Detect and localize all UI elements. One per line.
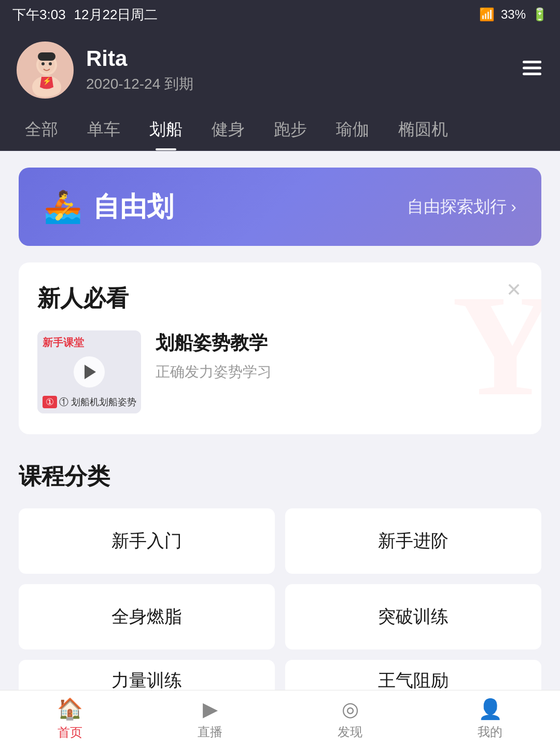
thumbnail-number: ① ① 划船机划船姿势 <box>43 396 136 408</box>
free-rowing-banner[interactable]: 🚣 自由划 自由探索划行 › <box>19 168 541 246</box>
thumbnail-label: 新手课堂 <box>43 336 84 349</box>
tab-fitness[interactable]: 健身 <box>197 109 259 150</box>
header: ⚡ Rita 2020-12-24 到期 <box>0 29 560 109</box>
banner-title: 自由划 <box>93 189 174 225</box>
categories-grid: 新手入门 新手进阶 全身燃脂 突破训练 <box>19 508 541 649</box>
play-triangle-icon <box>85 365 96 379</box>
bottom-nav-discover[interactable]: ◎ 发现 <box>280 690 420 747</box>
home-icon: 🏠 <box>57 697 83 721</box>
banner-link-text: 自由探索划行 <box>407 196 507 218</box>
status-right: 📶 33% 🔋 <box>479 7 548 22</box>
svg-rect-6 <box>38 52 55 61</box>
discover-label: 发现 <box>338 724 362 740</box>
status-left: 下午3:03 12月22日周二 <box>12 6 158 24</box>
rowing-icon: 🚣 <box>44 188 82 225</box>
lesson-title: 划船姿势教学 <box>156 330 272 356</box>
svg-text:⚡: ⚡ <box>43 77 52 86</box>
categories-section: 课程分类 新手入门 新手进阶 全身燃脂 突破训练 力量训练 王气阻励 <box>0 451 560 701</box>
user-expiry: 2020-12-24 到期 <box>86 74 193 94</box>
profile-label: 我的 <box>478 724 502 740</box>
category-fatburn[interactable]: 全身燃脂 <box>19 584 275 649</box>
main-content: 🚣 自由划 自由探索划行 › Y ✕ 新人必看 新手课堂 <box>0 151 560 747</box>
header-left: ⚡ Rita 2020-12-24 到期 <box>17 42 193 99</box>
avatar[interactable]: ⚡ <box>17 42 74 99</box>
svg-rect-10 <box>523 73 541 75</box>
beginner-title: 新人必看 <box>37 283 523 314</box>
user-name: Rita <box>86 46 193 71</box>
svg-rect-11 <box>528 61 541 63</box>
banner-link[interactable]: 自由探索划行 › <box>407 196 516 218</box>
bottom-nav-profile[interactable]: 👤 我的 <box>420 690 560 747</box>
categories-title: 课程分类 <box>19 461 541 492</box>
wifi-icon: 📶 <box>479 7 495 22</box>
home-label: 首页 <box>58 724 82 741</box>
status-time: 下午3:03 <box>12 6 66 24</box>
lesson-desc: 正确发力姿势学习 <box>156 362 272 382</box>
bottom-nav-live[interactable]: ▶ 直播 <box>140 690 280 747</box>
live-label: 直播 <box>198 724 222 740</box>
banner-left: 🚣 自由划 <box>44 188 174 225</box>
category-beginner[interactable]: 新手入门 <box>19 508 275 574</box>
discover-icon: ◎ <box>342 698 359 721</box>
svg-point-5 <box>49 62 52 65</box>
live-icon: ▶ <box>203 698 218 721</box>
tab-run[interactable]: 跑步 <box>259 109 321 150</box>
lesson-row: 新手课堂 ① ① 划船机划船姿势 划船姿势教学 正确发力姿势学习 <box>37 330 523 413</box>
bottom-nav-home[interactable]: 🏠 首页 <box>0 690 140 747</box>
menu-icon[interactable] <box>521 59 543 82</box>
tab-rowing[interactable]: 划船 <box>135 109 197 150</box>
lesson-thumbnail[interactable]: 新手课堂 ① ① 划船机划船姿势 <box>37 330 141 413</box>
banner-section: 🚣 自由划 自由探索划行 › <box>0 151 560 262</box>
beginner-section: Y ✕ 新人必看 新手课堂 ① ① 划船机划船姿势 <box>19 262 541 434</box>
lesson-info: 划船姿势教学 正确发力姿势学习 <box>156 330 272 382</box>
tab-all[interactable]: 全部 <box>10 109 73 150</box>
status-date: 12月22日周二 <box>74 6 158 24</box>
tab-elliptical[interactable]: 椭圆机 <box>384 109 463 150</box>
svg-point-4 <box>41 62 45 65</box>
svg-rect-9 <box>523 66 541 69</box>
close-button[interactable]: ✕ <box>501 277 527 303</box>
category-breakthrough[interactable]: 突破训练 <box>285 584 541 649</box>
battery-icon: 🔋 <box>532 7 548 22</box>
user-info: Rita 2020-12-24 到期 <box>86 46 193 94</box>
tab-yoga[interactable]: 瑜伽 <box>321 109 384 150</box>
bottom-nav: 🏠 首页 ▶ 直播 ◎ 发现 👤 我的 <box>0 690 560 747</box>
status-bar: 下午3:03 12月22日周二 📶 33% 🔋 <box>0 0 560 29</box>
category-advanced[interactable]: 新手进阶 <box>285 508 541 574</box>
profile-icon: 👤 <box>478 698 502 721</box>
play-button[interactable] <box>74 356 105 388</box>
banner-chevron: › <box>511 197 516 216</box>
battery-text: 33% <box>501 7 526 22</box>
tab-bike[interactable]: 单车 <box>73 109 135 150</box>
nav-tabs: 全部 单车 划船 健身 跑步 瑜伽 椭圆机 <box>0 109 560 151</box>
